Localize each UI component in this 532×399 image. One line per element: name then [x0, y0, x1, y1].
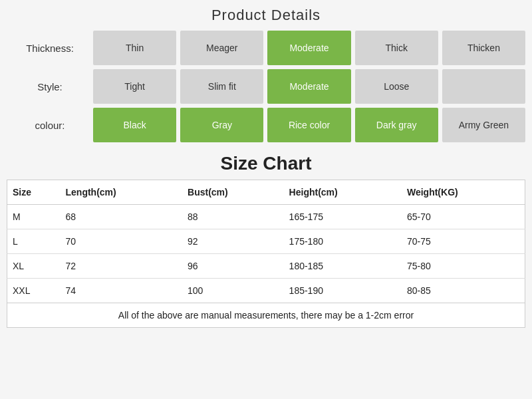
table-cell: XL — [7, 254, 61, 279]
note-text: All of the above are manual measurements… — [7, 303, 525, 328]
table-cell: XXL — [7, 279, 61, 303]
table-cell: 75-80 — [402, 254, 525, 279]
table-cell: 70-75 — [402, 229, 525, 254]
table-cell: 65-70 — [402, 205, 525, 229]
thickness-thin[interactable]: Thin — [93, 31, 176, 65]
product-details-title: Product Details — [7, 7, 525, 24]
style-row: Style: Tight Slim fit Moderate Loose — [7, 69, 525, 104]
style-options: Tight Slim fit Moderate Loose — [93, 69, 525, 104]
table-cell: 100 — [182, 279, 284, 303]
colour-black[interactable]: Black — [93, 108, 176, 142]
style-slim-fit[interactable]: Slim fit — [180, 69, 263, 104]
header-size: Size — [7, 180, 61, 205]
table-row: XXL74100185-19080-85 — [7, 279, 525, 303]
table-row: L7092175-18070-75 — [7, 229, 525, 254]
table-cell: 92 — [182, 229, 284, 254]
style-empty — [442, 69, 525, 104]
table-header-row: Size Length(cm) Bust(cm) Height(cm) Weig… — [7, 180, 525, 205]
size-chart-title: Size Chart — [7, 153, 525, 174]
table-row: XL7296180-18575-80 — [7, 254, 525, 279]
thickness-meager[interactable]: Meager — [180, 31, 263, 65]
colour-army-green[interactable]: Army Green — [442, 108, 525, 142]
style-label: Style: — [7, 81, 93, 92]
thickness-thick[interactable]: Thick — [355, 31, 438, 65]
thickness-options: Thin Meager Moderate Thick Thicken — [93, 31, 525, 65]
thickness-moderate[interactable]: Moderate — [267, 31, 350, 65]
table-cell: 72 — [61, 254, 183, 279]
header-height: Height(cm) — [284, 180, 402, 205]
table-cell: 165-175 — [284, 205, 402, 229]
colour-label: colour: — [7, 120, 93, 131]
colour-gray[interactable]: Gray — [180, 108, 263, 142]
style-loose[interactable]: Loose — [355, 69, 438, 104]
colour-rice[interactable]: Rice color — [267, 108, 350, 142]
size-table: Size Length(cm) Bust(cm) Height(cm) Weig… — [7, 180, 525, 328]
colour-dark-gray[interactable]: Dark gray — [355, 108, 438, 142]
table-cell: M — [7, 205, 61, 229]
page-container: Product Details Thickness: Thin Meager M… — [0, 0, 532, 331]
table-cell: 70 — [61, 229, 183, 254]
table-cell: 175-180 — [284, 229, 402, 254]
table-row: M6888165-17565-70 — [7, 205, 525, 229]
table-cell: 74 — [61, 279, 183, 303]
header-length: Length(cm) — [61, 180, 183, 205]
thickness-label: Thickness: — [7, 43, 93, 54]
note-row: All of the above are manual measurements… — [7, 303, 525, 328]
table-cell: 88 — [182, 205, 284, 229]
header-weight: Weight(KG) — [402, 180, 525, 205]
product-details-section: Product Details Thickness: Thin Meager M… — [0, 0, 532, 150]
table-cell: 68 — [61, 205, 183, 229]
header-bust: Bust(cm) — [182, 180, 284, 205]
colour-row: colour: Black Gray Rice color Dark gray … — [7, 108, 525, 142]
thickness-thicken[interactable]: Thicken — [442, 31, 525, 65]
style-moderate[interactable]: Moderate — [267, 69, 350, 104]
size-chart-section: Size Chart Size Length(cm) Bust(cm) Heig… — [0, 150, 532, 331]
thickness-row: Thickness: Thin Meager Moderate Thick Th… — [7, 31, 525, 65]
style-tight[interactable]: Tight — [93, 69, 176, 104]
table-cell: 185-190 — [284, 279, 402, 303]
colour-options: Black Gray Rice color Dark gray Army Gre… — [93, 108, 525, 142]
table-cell: L — [7, 229, 61, 254]
table-cell: 96 — [182, 254, 284, 279]
table-cell: 180-185 — [284, 254, 402, 279]
table-cell: 80-85 — [402, 279, 525, 303]
